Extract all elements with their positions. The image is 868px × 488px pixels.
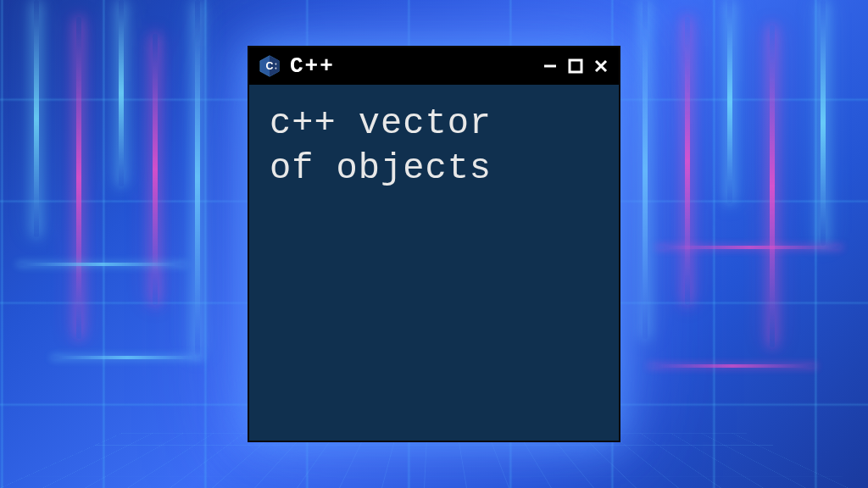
close-button[interactable] [592, 57, 610, 75]
maximize-button[interactable] [566, 57, 585, 75]
window-controls [541, 57, 610, 75]
terminal-window: C + + C++ c++ vector of objects [248, 46, 620, 442]
content-text: c++ vector of objects [270, 102, 598, 191]
minimize-button[interactable] [541, 57, 559, 75]
window-title: C++ [290, 53, 532, 79]
svg-rect-6 [570, 60, 581, 72]
titlebar[interactable]: C + + C++ [249, 47, 619, 85]
svg-text:C: C [266, 60, 274, 72]
cpp-icon: C + + [258, 54, 281, 78]
window-content: c++ vector of objects [249, 85, 619, 441]
svg-text:+: + [275, 66, 277, 70]
